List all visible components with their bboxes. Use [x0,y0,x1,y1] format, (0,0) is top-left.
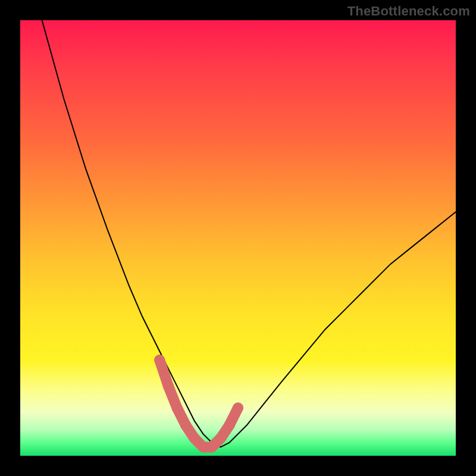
trough-marker [180,420,191,431]
trough-marker [206,441,217,452]
trough-marker [233,403,243,414]
plot-area [20,20,456,456]
trough-marker [215,433,226,444]
watermark-text: TheBottleneck.com [347,4,470,19]
chart-frame: TheBottleneck.com [0,0,476,476]
bottleneck-curve [42,20,456,447]
trough-marker [172,403,183,414]
trough-marker [154,355,165,365]
trough-marker [189,433,200,444]
trough-marker [163,381,174,392]
trough-marker-group [154,355,243,452]
trough-marker [224,420,234,431]
curve-svg [20,20,456,456]
